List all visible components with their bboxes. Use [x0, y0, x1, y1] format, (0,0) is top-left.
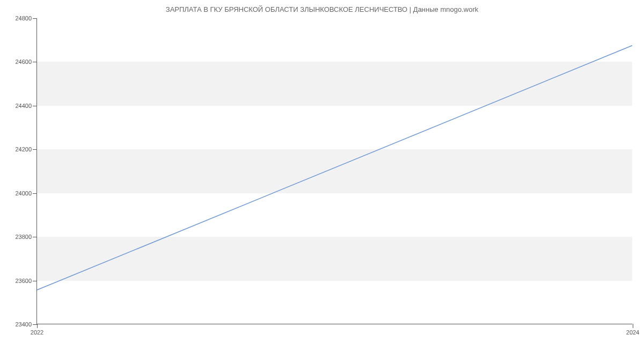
- line-series: [37, 18, 632, 324]
- plot-area: 2340023600238002400024200244002460024800…: [36, 18, 632, 324]
- y-tick-label: 23600: [15, 278, 37, 284]
- x-tick-label: 2022: [31, 324, 43, 336]
- y-tick-label: 24600: [15, 59, 37, 65]
- x-tick-label: 2024: [626, 324, 639, 336]
- y-tick-label: 24800: [15, 15, 37, 21]
- chart-title: ЗАРПЛАТА В ГКУ БРЯНСКОЙ ОБЛАСТИ ЗЛЫНКОВС…: [0, 5, 644, 13]
- chart-container: ЗАРПЛАТА В ГКУ БРЯНСКОЙ ОБЛАСТИ ЗЛЫНКОВС…: [0, 0, 644, 349]
- y-tick-label: 24400: [15, 103, 37, 109]
- data-line: [37, 46, 632, 290]
- y-tick-label: 24000: [15, 190, 37, 197]
- y-tick-label: 24200: [15, 146, 37, 152]
- y-tick-label: 23800: [15, 234, 37, 240]
